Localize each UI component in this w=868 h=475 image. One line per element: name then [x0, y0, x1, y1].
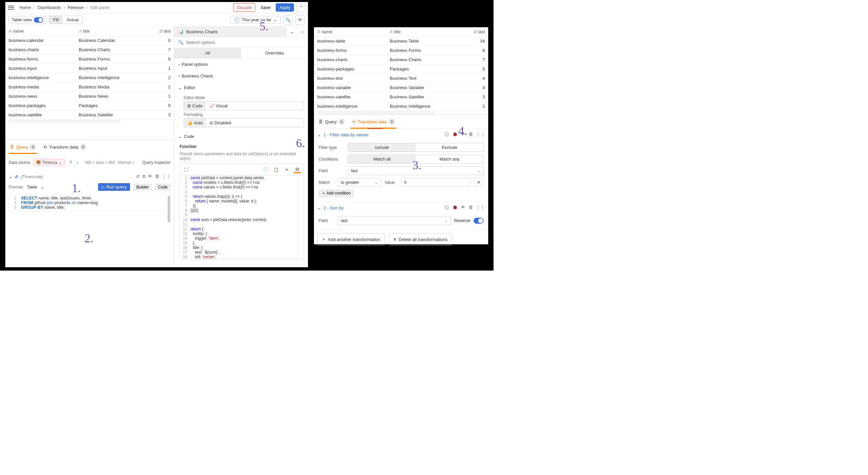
horizontal-scrollbar[interactable] [9, 120, 121, 123]
trash-icon[interactable]: 🗑 [469, 132, 473, 137]
run-query-button[interactable]: ▷Run query [98, 183, 130, 191]
table-row[interactable]: business-intelligenceBusiness Intelligen… [5, 73, 174, 83]
col-title[interactable]: title [394, 29, 401, 34]
breadcrumb-dashboards[interactable]: Dashboards [36, 5, 62, 10]
col-last[interactable]: last [164, 29, 170, 34]
remove-condition[interactable]: ✕ [474, 178, 484, 187]
table-row[interactable]: business-textBusiness Text4 [314, 74, 488, 83]
table-row[interactable]: business-satelliteBusiness Satellite3 [5, 110, 174, 120]
match-all[interactable]: Match all [348, 155, 416, 163]
query-inspector-button[interactable]: Query inspector [142, 160, 170, 165]
add-transformation-button[interactable]: ＋Add another transformation [317, 233, 385, 245]
col-title[interactable]: title [83, 29, 90, 34]
chevron-right-icon[interactable]: › [77, 160, 78, 165]
info-icon[interactable]: ⓘ [445, 132, 449, 137]
table-row[interactable]: business-packagesPackages5 [5, 101, 174, 110]
table-row[interactable]: business-chartsBusiness Charts7 [5, 45, 174, 55]
table-view-toggle[interactable]: Table view [9, 16, 46, 24]
transform-2-header[interactable]: ⌄ 2 - Sort by ⓘ 🐞 👁 🗑 ⋮⋮ [314, 202, 488, 213]
copy-icon[interactable]: 📄 [262, 166, 269, 173]
switch-icon[interactable] [34, 17, 43, 23]
sort-field-select[interactable]: last⌄ [338, 216, 451, 225]
discard-button[interactable]: Discard [234, 3, 255, 12]
collapse-panel-icon[interactable]: ⌃ [297, 3, 305, 12]
chevron-right-icon[interactable]: › [297, 29, 308, 34]
tab-overrides[interactable]: Overrides [241, 48, 308, 58]
match-any[interactable]: Match any [416, 155, 483, 163]
col-last[interactable]: last [478, 29, 485, 34]
refresh-icon[interactable]: ⟳ [295, 15, 305, 25]
horizontal-scrollbar[interactable] [317, 111, 435, 114]
minimap[interactable] [296, 176, 304, 259]
value-input[interactable]: 0 [401, 178, 471, 187]
time-range-selector[interactable]: 🕘 This year so far ⌄ [230, 16, 281, 24]
visualization-selector[interactable]: 📊 Business Charts [174, 27, 287, 37]
format-value[interactable]: Table [27, 185, 37, 189]
table-row[interactable]: business-satelliteBusiness Satellite3 [314, 92, 488, 102]
tab-query[interactable]: 🗄 Query 1 [9, 142, 37, 152]
field-select[interactable]: last⌄ [348, 166, 484, 175]
editor-mode-code[interactable]: ⊞Code [184, 102, 206, 110]
trash-icon[interactable]: 🗑 [155, 174, 159, 179]
code-button[interactable]: Code [155, 184, 170, 190]
formatting-disabled[interactable]: ⊘Disabled [206, 119, 235, 127]
table-row[interactable]: business-inputBusiness Input1 [5, 64, 174, 73]
sql-editor[interactable]: 1SELECT name, title, last(issues, time)2… [8, 194, 171, 212]
bug-icon[interactable]: 🐞 [452, 132, 458, 137]
eye-icon[interactable]: 👁 [461, 205, 465, 211]
eye-icon[interactable]: 👁 [148, 174, 152, 179]
paste-icon[interactable]: 📋 [272, 166, 280, 173]
table-row[interactable]: business-newsBusiness News1 [5, 92, 174, 101]
reverse-toggle[interactable] [473, 218, 484, 224]
table-row[interactable]: business-packagesPackages5 [314, 64, 488, 74]
actual-option[interactable]: Actual [63, 16, 83, 24]
tab-transform[interactable]: ⟲ Transform data 2 [350, 117, 396, 127]
section-code[interactable]: ⌄ Code [174, 131, 308, 142]
table-row[interactable]: business-calendarBusiness Calendar0 [5, 36, 174, 45]
tab-query[interactable]: 🗄 Query 1 [317, 117, 346, 127]
add-condition-button[interactable]: ＋ Add condition [319, 189, 353, 197]
editor-mode-visual[interactable]: 📈Visual [206, 102, 231, 110]
table-row[interactable]: business-tableBusiness Table34 [314, 37, 488, 46]
code-editor[interactable]: 1const pieData = context.panel.data.seri… [180, 176, 304, 260]
table-row[interactable]: business-chartsBusiness Charts7 [314, 55, 488, 64]
minimap-icon[interactable]: ▤ [293, 166, 301, 173]
bug-icon[interactable]: 🐞 [452, 205, 458, 211]
transform-1-header[interactable]: ⌄ 1 - Filter data by values ⓘ 🐞 👁 🗑 ⋮⋮ [314, 129, 488, 140]
tab-transform[interactable]: ⟲ Transform data 2 [42, 142, 88, 152]
col-name[interactable]: name [321, 29, 333, 34]
delete-all-transformations-button[interactable]: ✕Delete all transformations [389, 233, 452, 245]
breadcrumb-home[interactable]: Home [18, 5, 32, 10]
history-icon[interactable]: ↺ [136, 174, 140, 179]
scrollbar[interactable] [167, 196, 170, 222]
drag-handle-icon[interactable]: ⋮⋮ [476, 205, 485, 211]
filter-exclude[interactable]: Exclude [416, 143, 483, 152]
formatting-auto[interactable]: 👍Auto [184, 119, 206, 127]
section-business-charts[interactable]: › Business Charts [174, 70, 308, 82]
section-editor[interactable]: ⌄ Editor [174, 82, 308, 93]
trash-icon[interactable]: 🗑 [469, 205, 473, 211]
wrap-icon[interactable]: ≡ [283, 166, 290, 173]
zoom-out-icon[interactable]: 🔍 [283, 15, 293, 25]
apply-button[interactable]: Apply [276, 3, 294, 12]
menu-icon[interactable] [8, 4, 14, 11]
info-icon[interactable]: ⓘ [445, 205, 449, 211]
builder-button[interactable]: Builder [133, 184, 152, 190]
table-row[interactable]: business-variableBusiness Variable4 [314, 83, 488, 92]
col-name[interactable]: name [13, 29, 24, 34]
drag-handle-icon[interactable]: ⋮⋮ [476, 132, 485, 137]
duplicate-icon[interactable]: ⧉ [142, 174, 145, 179]
chevron-down-icon[interactable]: ⌄ [40, 185, 44, 189]
match-select[interactable]: Is greater⌄ [338, 178, 381, 187]
tab-all[interactable]: All [174, 48, 241, 58]
save-button[interactable]: Save [257, 4, 274, 11]
breadcrumb-release[interactable]: Release [66, 5, 85, 10]
fullscreen-icon[interactable]: ⛶ [183, 166, 190, 173]
table-row[interactable]: business-formsBusiness Forms8 [314, 46, 488, 55]
eye-icon[interactable]: 👁 [461, 132, 465, 137]
table-row[interactable]: business-formsBusiness Forms8 [5, 55, 174, 64]
chevron-down-icon[interactable]: ⌄ [287, 29, 297, 34]
help-icon[interactable]: ? [67, 158, 74, 167]
fill-option[interactable]: Fill [49, 16, 63, 24]
query-a-header[interactable]: ⌄ A (Timescale) ↺ ⧉ 👁 🗑 ⋮⋮ [8, 172, 171, 181]
